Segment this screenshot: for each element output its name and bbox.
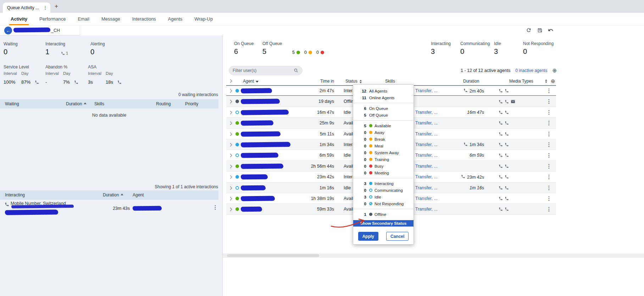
col-waiting[interactable]: Waiting xyxy=(5,101,19,106)
expand-chevron-icon[interactable] xyxy=(229,111,232,114)
tab-agents[interactable]: Agents xyxy=(168,13,182,25)
row-menu-button[interactable]: ⋮ xyxy=(546,99,552,104)
expand-chevron-icon[interactable] xyxy=(229,175,232,179)
expand-chevron-icon[interactable] xyxy=(229,197,232,200)
row-menu-button[interactable]: ⋮ xyxy=(546,196,552,201)
sort-icon[interactable] xyxy=(360,80,362,83)
row-menu-button[interactable]: ⋮ xyxy=(546,120,552,125)
cancel-button[interactable]: Cancel xyxy=(386,232,409,241)
col-duration[interactable]: Duration xyxy=(103,192,119,197)
col-skills[interactable]: Skills xyxy=(385,79,395,84)
expand-chevron-icon[interactable] xyxy=(229,89,232,93)
col-interacting[interactable]: Interacting xyxy=(5,192,25,197)
tab-message[interactable]: Message xyxy=(101,13,120,25)
stat-label: Interacting xyxy=(45,41,65,46)
tab-interactions[interactable]: Interactions xyxy=(132,13,156,25)
col-priority[interactable]: Priority xyxy=(185,101,198,106)
agent-skills[interactable]: Transfer, ... xyxy=(415,164,438,169)
add-button[interactable]: ⊕ xyxy=(552,68,557,73)
row-menu-button[interactable]: ⋮ xyxy=(546,206,552,212)
status-filter-item[interactable]: 3 Interacting xyxy=(353,180,413,187)
status-filter-item[interactable]: 0 Communicating xyxy=(353,187,413,194)
col-status[interactable]: Status xyxy=(345,79,362,84)
agent-skills[interactable]: Transfer, ... xyxy=(415,153,438,158)
row-menu-button[interactable]: ⋮ xyxy=(546,88,552,93)
status-filter-item[interactable]: 11 Online Agents xyxy=(353,94,413,101)
agent-skills[interactable]: Transfer, ... xyxy=(415,185,438,190)
status-filter-item[interactable]: 0 Away xyxy=(353,129,413,136)
save-icon[interactable] xyxy=(537,27,543,33)
agent-skills[interactable]: Transfer, ... xyxy=(415,88,438,93)
col-duration[interactable]: Duration xyxy=(463,79,479,84)
row-menu-button[interactable]: ⋮ xyxy=(546,131,552,136)
row-menu-button[interactable]: ⋮ xyxy=(546,163,552,169)
status-filter-item[interactable]: 0 Busy xyxy=(353,163,413,169)
tab-activity[interactable]: Activity xyxy=(11,13,27,25)
expand-chevron-icon[interactable] xyxy=(229,143,232,147)
filter-users-box[interactable] xyxy=(229,66,302,75)
expand-chevron-icon[interactable] xyxy=(229,164,232,168)
expand-all-chevron-icon[interactable] xyxy=(229,79,232,83)
status-filter-item[interactable]: 0 Meeting xyxy=(353,169,413,176)
tab-email[interactable]: Email xyxy=(78,13,89,25)
sort-icon[interactable] xyxy=(545,79,547,83)
expand-chevron-icon[interactable] xyxy=(229,122,232,125)
col-routing[interactable]: Routing xyxy=(156,101,171,106)
tab-wrapup[interactable]: Wrap-Up xyxy=(194,13,213,25)
col-media-types[interactable]: Media Types xyxy=(509,79,533,84)
expand-chevron-icon[interactable] xyxy=(229,154,232,157)
col-agent[interactable]: Agent xyxy=(243,79,259,84)
agent-skills[interactable]: Transfer, ... xyxy=(415,132,438,136)
scrollbar-thumb[interactable] xyxy=(227,254,319,257)
apply-button[interactable]: Apply xyxy=(358,232,378,241)
refresh-icon[interactable] xyxy=(526,27,532,33)
interaction-menu-button[interactable]: ⋮ xyxy=(212,205,218,210)
expand-chevron-icon[interactable] xyxy=(229,100,232,104)
status-filter-item[interactable]: 5 Available xyxy=(353,122,413,129)
status-filter-item[interactable]: 6 On Queue xyxy=(353,105,413,112)
status-filter-item[interactable]: 0 Training xyxy=(353,156,413,163)
expand-chevron-icon[interactable] xyxy=(229,132,232,136)
status-filter-item[interactable]: 1 Offline xyxy=(353,211,413,218)
agent-skills[interactable]: Transfer, ... xyxy=(415,142,438,147)
col-time-in[interactable]: Time in xyxy=(299,79,334,84)
interaction-row[interactable]: Mobile Number, Switzerland 23m 43s ⋮ xyxy=(0,199,218,218)
agent-skills[interactable]: Transfer, ... xyxy=(415,110,438,115)
agent-skills[interactable]: Transfer, ... xyxy=(415,196,438,201)
tab-menu-icon[interactable]: ⋮ xyxy=(43,5,48,10)
expand-chevron-icon[interactable] xyxy=(229,208,232,211)
row-menu-button[interactable]: ⋮ xyxy=(546,142,552,147)
col-skills[interactable]: Skills xyxy=(94,101,104,106)
tab-performance[interactable]: Performance xyxy=(39,13,66,25)
expand-chevron-icon[interactable] xyxy=(229,186,232,190)
show-secondary-status-option[interactable]: Show Secondary Status xyxy=(353,220,413,227)
horizontal-scrollbar[interactable] xyxy=(223,253,644,258)
back-button[interactable]: ← xyxy=(4,27,12,34)
status-filter-item[interactable]: 0 Meal xyxy=(353,143,413,149)
row-menu-button[interactable]: ⋮ xyxy=(546,152,552,158)
status-filter-item[interactable]: 3 Idle xyxy=(353,194,413,200)
column-settings-button[interactable]: ⊕ xyxy=(551,78,555,84)
sort-asc-icon[interactable] xyxy=(121,194,123,195)
agent-skills[interactable]: Transfer, ... xyxy=(415,121,438,125)
row-menu-button[interactable]: ⋮ xyxy=(546,185,552,190)
inactive-agents-link[interactable]: 0 inactive agents xyxy=(515,68,547,73)
status-filter-item[interactable]: 0 Not Responding xyxy=(353,200,413,207)
status-dot-icon xyxy=(369,158,372,161)
agent-skills[interactable]: Transfer, ... xyxy=(415,174,438,179)
status-filter-item[interactable]: 5 Off Queue xyxy=(353,112,413,118)
new-tab-button[interactable]: + xyxy=(53,3,60,10)
agent-skills[interactable]: Transfer, ... xyxy=(415,207,438,212)
row-menu-button[interactable]: ⋮ xyxy=(546,110,552,115)
undo-icon[interactable] xyxy=(548,27,554,33)
status-filter-item[interactable]: 0 System Away xyxy=(353,149,413,156)
sort-asc-icon[interactable] xyxy=(84,102,87,104)
agent-status-text: Idle xyxy=(344,153,351,158)
status-filter-item[interactable]: 0 Break xyxy=(353,136,413,143)
col-duration[interactable]: Duration xyxy=(66,101,82,106)
col-agent[interactable]: Agent xyxy=(133,192,144,197)
row-menu-button[interactable]: ⋮ xyxy=(546,174,552,179)
filter-users-input[interactable] xyxy=(233,68,294,73)
browser-tab[interactable]: Queue Activity ... ⋮ xyxy=(3,2,50,13)
status-filter-item[interactable]: 12 All Agents xyxy=(353,88,413,94)
